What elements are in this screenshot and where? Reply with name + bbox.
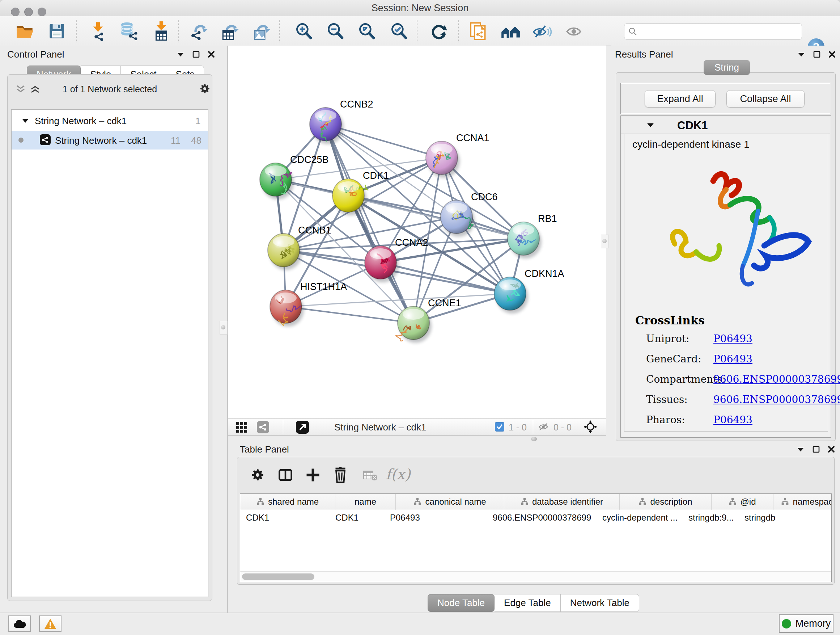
- float-panel-icon[interactable]: [813, 51, 821, 58]
- detach-view-icon[interactable]: [296, 421, 309, 434]
- network-view-mode-icon[interactable]: [257, 421, 269, 433]
- table-cell[interactable]: CDK1: [330, 510, 384, 526]
- close-panel-icon[interactable]: [829, 51, 836, 58]
- hide-selected-icon[interactable]: [532, 21, 553, 42]
- network-collection-row[interactable]: String Network – cdk1 1: [11, 111, 208, 130]
- import-network-file-icon[interactable]: [88, 21, 109, 42]
- node-label-CCNA2: CCNA2: [395, 237, 428, 248]
- node-label-RB1: RB1: [538, 213, 557, 224]
- network-canvas[interactable]: CCNB2CCNA1CDC25BCDK1CDC6RB1CCNB1CCNA2CDK…: [228, 46, 606, 418]
- collection-count: 1: [195, 116, 201, 127]
- tab-network-table[interactable]: Network Table: [561, 594, 639, 612]
- crosslink-label: GeneCard:: [646, 353, 701, 365]
- close-panel-icon[interactable]: [208, 51, 215, 58]
- tab-edge-table[interactable]: Edge Table: [494, 594, 561, 612]
- table-cell[interactable]: P06493: [384, 510, 487, 526]
- expand-all-button[interactable]: Expand All: [645, 90, 715, 108]
- table-cell[interactable]: CDK1: [240, 510, 330, 526]
- crosslink-link[interactable]: 9606.ENSP00000378699: [714, 373, 840, 385]
- zoom-out-icon[interactable]: [325, 21, 346, 42]
- import-network-database-icon[interactable]: [118, 21, 139, 42]
- network-options-gear-icon[interactable]: [199, 82, 211, 95]
- column-header-database-identifier[interactable]: database identifier: [504, 494, 620, 510]
- memory-label: Memory: [796, 618, 831, 629]
- column-label: description: [650, 497, 692, 507]
- float-panel-icon[interactable]: [193, 51, 200, 58]
- node-label-CCNA1: CCNA1: [456, 133, 489, 143]
- crosslink-link[interactable]: P06493: [714, 333, 752, 345]
- crosslink-row: GeneCard:P06493: [646, 353, 823, 373]
- crosslink-link[interactable]: 9606.ENSP00000378699: [714, 394, 840, 405]
- memory-status-dot: [782, 619, 791, 629]
- column-header-description[interactable]: description: [620, 494, 712, 510]
- search-input[interactable]: [640, 25, 797, 38]
- duplicate-network-icon[interactable]: [468, 21, 489, 42]
- column-header-canonical-name[interactable]: canonical name: [396, 494, 504, 510]
- collapse-panel-icon[interactable]: [797, 447, 805, 452]
- network-row-selected[interactable]: String Network – cdk1 11 48: [11, 131, 208, 149]
- collapse-panel-icon[interactable]: [177, 51, 185, 57]
- table-options-gear-icon[interactable]: [250, 467, 265, 483]
- crosslink-row: Tissues:9606.ENSP00000378699: [646, 394, 823, 414]
- close-panel-icon[interactable]: [828, 446, 835, 453]
- cloud-status-button[interactable]: [8, 616, 31, 632]
- string-network-icon: [40, 134, 51, 145]
- table-cell[interactable]: stringdb: [739, 510, 805, 526]
- delete-table-icon[interactable]: [363, 470, 378, 481]
- show-columns-icon[interactable]: [278, 467, 293, 483]
- gene-symbol: CDK1: [677, 119, 707, 132]
- refresh-view-icon[interactable]: [428, 21, 449, 42]
- add-column-icon[interactable]: [305, 467, 321, 483]
- column-label: canonical name: [425, 497, 486, 507]
- results-toolbox: Expand All Collapse All: [621, 83, 831, 114]
- protein-structure-image: [643, 156, 813, 308]
- column-header-name[interactable]: name: [335, 494, 396, 510]
- search-box: [624, 24, 802, 40]
- pan-crosshair-icon[interactable]: [584, 420, 597, 433]
- import-table-file-icon[interactable]: [151, 21, 172, 42]
- entry-expander-icon[interactable]: [646, 122, 654, 128]
- column-header-namespace[interactable]: namespace: [774, 494, 832, 510]
- first-neighbors-icon[interactable]: [500, 21, 521, 42]
- crosslink-row: Uniprot:P06493: [646, 333, 823, 353]
- column-header-@id[interactable]: @id: [712, 494, 774, 510]
- zoom-fit-icon[interactable]: [356, 21, 377, 42]
- string-results-box: Expand All Collapse All CDK1 cyclin-depe…: [616, 73, 836, 441]
- crosslink-link[interactable]: P06493: [714, 414, 752, 426]
- table-cell[interactable]: cyclin-dependent ...: [597, 510, 683, 526]
- collection-expander-icon[interactable]: [22, 118, 29, 124]
- left-splitter-handle[interactable]: [219, 321, 227, 334]
- scrollbar-thumb[interactable]: [242, 573, 314, 580]
- horizontal-splitter-handle[interactable]: [531, 437, 537, 441]
- zoom-selected-icon[interactable]: [388, 21, 409, 42]
- show-all-icon[interactable]: [563, 21, 584, 42]
- grid-view-icon[interactable]: [236, 421, 248, 433]
- table-row[interactable]: CDK1CDK1P064939606.ENSP00000378699cyclin…: [240, 510, 832, 526]
- hidden-count: 0 - 0: [554, 422, 572, 432]
- node-label-CDK1: CDK1: [363, 170, 389, 181]
- collapse-panel-icon[interactable]: [797, 51, 805, 57]
- export-table-icon[interactable]: [220, 21, 241, 42]
- selected-checkbox-icon[interactable]: [495, 422, 504, 432]
- export-image-icon[interactable]: [251, 21, 272, 42]
- collapse-all-button[interactable]: Collapse All: [726, 90, 805, 108]
- function-builder-icon[interactable]: f(x): [386, 466, 411, 483]
- memory-button[interactable]: Memory: [779, 614, 834, 633]
- delete-column-icon[interactable]: [333, 467, 348, 483]
- zoom-in-icon[interactable]: [294, 21, 314, 42]
- gene-entry-header[interactable]: CDK1: [621, 116, 830, 134]
- warning-status-button[interactable]: [39, 616, 62, 632]
- tab-string[interactable]: String: [704, 60, 750, 75]
- open-session-icon[interactable]: [14, 21, 35, 42]
- network-selection-status: 1 of 1 Network selected: [8, 84, 212, 95]
- crosslink-link[interactable]: P06493: [714, 353, 752, 365]
- table-cell[interactable]: 9606.ENSP00000378699: [487, 510, 597, 526]
- column-header-shared-name[interactable]: shared name: [240, 494, 335, 510]
- right-splitter-handle[interactable]: [601, 234, 609, 249]
- export-network-icon[interactable]: [189, 21, 210, 42]
- save-session-icon[interactable]: [46, 21, 67, 42]
- tab-node-table[interactable]: Node Table: [428, 594, 494, 612]
- float-panel-icon[interactable]: [813, 446, 820, 453]
- crosslink-row: Pharos:P06493: [646, 414, 823, 434]
- table-cell[interactable]: stringdb:9...: [683, 510, 739, 526]
